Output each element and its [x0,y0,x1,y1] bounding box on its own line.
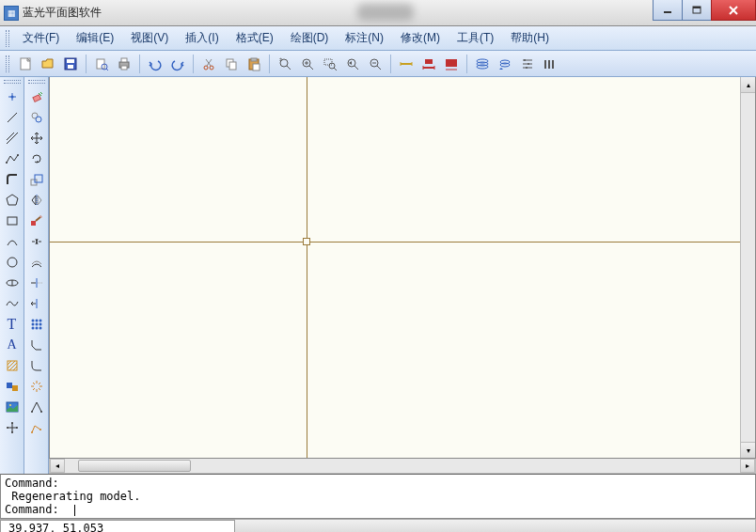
redo-icon[interactable] [167,54,188,74]
app-icon: ▦ [4,6,19,21]
break-pt-icon[interactable] [26,231,47,251]
crosshair-center [303,238,310,245]
scroll-thumb[interactable] [78,460,191,472]
vertical-scrollbar[interactable] [740,77,755,458]
print-icon[interactable] [114,54,134,74]
menu-edit[interactable]: 编辑(E) [69,28,121,48]
horizontal-scrollbar[interactable]: ◂ ▸ [49,459,756,474]
svg-rect-45 [425,59,433,64]
image-icon[interactable] [2,397,23,416]
scroll-left-icon[interactable]: ◂ [50,459,65,473]
print-preview-icon[interactable] [91,54,112,74]
menu-tools[interactable]: 工具(T) [449,28,501,48]
zoom-previous-icon[interactable] [342,54,363,74]
explode-icon[interactable] [26,376,47,396]
text-a-icon[interactable]: A [2,335,23,354]
cut-icon[interactable] [198,54,219,74]
erase-icon[interactable] [26,86,47,106]
arc-icon[interactable] [2,231,23,251]
zoom-out-icon[interactable] [365,54,386,74]
spline-icon[interactable] [2,293,23,313]
block-icon[interactable] [2,417,23,437]
rotate-icon[interactable] [26,149,47,168]
mirror-icon[interactable] [26,190,47,210]
svg-line-77 [8,361,15,368]
scale-icon[interactable] [26,169,47,189]
menu-view[interactable]: 视图(V) [123,28,176,48]
linetype-icon[interactable] [540,54,560,74]
rectangle-icon[interactable] [2,211,23,230]
svg-rect-100 [31,221,36,226]
separator [139,55,140,73]
extend-icon[interactable] [26,293,47,313]
construction-line-icon[interactable] [2,128,23,148]
separator [466,55,467,73]
svg-rect-98 [35,175,42,182]
svg-line-92 [40,92,42,94]
copy-obj-icon[interactable] [26,107,47,127]
menu-draw[interactable]: 绘图(D) [283,28,337,48]
command-window[interactable]: Command: Regenerating model. Command: [0,474,756,519]
copy-icon[interactable] [221,54,242,74]
maximize-button[interactable] [682,0,712,21]
svg-line-126 [33,388,35,390]
circle-icon[interactable] [2,252,23,272]
polyline2-icon[interactable] [2,169,23,189]
open-file-icon[interactable] [38,54,58,74]
align-icon[interactable] [26,397,47,416]
menu-modify[interactable]: 修改(M) [393,28,448,48]
titlebar: ▦ 蓝光平面图软件 [0,0,756,26]
layer-icon[interactable] [472,54,493,74]
cmd-line1: Command: [5,477,59,490]
ellipse-icon[interactable] [2,273,23,292]
undo-icon[interactable] [145,54,165,74]
cmd-line3: Command: [5,503,72,516]
text-big-icon[interactable]: T [2,314,23,334]
menu-insert[interactable]: 插入(I) [178,28,226,48]
hatch-icon[interactable] [2,355,23,375]
polygon-icon[interactable] [2,190,23,210]
zoom-real-icon[interactable]: ± [275,54,295,74]
menu-help[interactable]: 帮助(H) [503,28,557,48]
fillet-icon[interactable] [26,355,47,375]
svg-point-117 [35,326,38,329]
svg-line-124 [39,388,40,390]
match-prop-icon[interactable] [26,211,47,230]
layer-prev-icon[interactable] [495,54,515,74]
drawing-canvas[interactable] [49,77,756,459]
zoom-window-icon[interactable] [320,54,340,74]
svg-rect-81 [12,385,18,391]
chamfer-icon[interactable] [26,335,47,354]
menu-annotate[interactable]: 标注(N) [338,28,391,48]
svg-line-18 [206,59,211,66]
dim-more-icon[interactable] [441,54,462,74]
svg-point-114 [35,322,38,325]
scroll-right-icon[interactable]: ▸ [740,459,755,473]
point-icon[interactable] [2,86,23,106]
dim-linear-icon[interactable] [418,54,439,74]
menu-format[interactable]: 格式(E) [228,28,281,48]
save-icon[interactable] [60,54,81,74]
line-icon[interactable] [2,107,23,127]
solid-icon[interactable] [2,376,23,396]
trim-icon[interactable] [26,273,47,292]
stretch-icon[interactable] [26,417,47,437]
smudge [357,4,414,21]
polyline-icon[interactable] [2,149,23,168]
dimension-style-icon[interactable] [396,54,417,74]
svg-rect-7 [67,59,74,63]
svg-rect-75 [8,361,17,370]
move-icon[interactable] [26,128,47,148]
paste-icon[interactable] [244,54,264,74]
new-file-icon[interactable] [15,54,36,74]
minimize-button[interactable] [653,0,683,21]
svg-point-89 [11,431,13,433]
menu-file[interactable]: 文件(F) [15,28,67,48]
svg-point-116 [31,326,34,329]
offset-icon[interactable] [26,252,47,272]
properties-icon[interactable] [517,54,538,74]
array-icon[interactable] [26,314,47,334]
zoom-in-icon[interactable] [297,54,318,74]
close-button[interactable] [711,0,756,21]
draw-toolbar: T A [0,77,24,474]
